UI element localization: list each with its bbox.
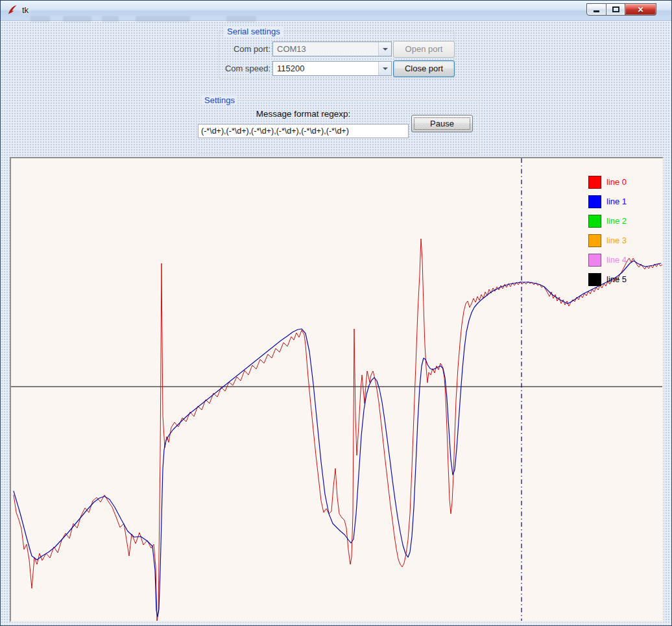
chevron-down-icon[interactable] — [378, 42, 391, 56]
legend-label: line 1 — [606, 195, 627, 208]
maximize-icon — [612, 6, 619, 12]
window-title: tk — [22, 5, 29, 15]
settings-label: Settings — [202, 95, 237, 105]
settings-group: Settings Message format regexp: Pause — [196, 100, 479, 154]
legend-label: line 4 — [606, 253, 627, 267]
legend-label: line 0 — [606, 175, 627, 189]
glass-bleed — [226, 16, 256, 22]
pause-button[interactable]: Pause — [411, 115, 473, 132]
legend-swatch — [588, 215, 601, 228]
glass-bleed — [63, 16, 91, 22]
plot-canvas: line 0line 1line 2line 3line 4line 5 — [10, 157, 664, 622]
close-port-button[interactable]: Close port — [393, 60, 455, 77]
legend-label: line 5 — [606, 272, 627, 286]
com-speed-label: Com speed: — [223, 64, 270, 73]
legend-item: line 1 — [588, 195, 627, 208]
app-window: tk ✕ Serial settings Com port: COM13 Ope… — [0, 0, 672, 626]
legend-item: line 5 — [588, 272, 627, 286]
minimize-button[interactable] — [586, 3, 606, 16]
raw-signal-trace — [14, 239, 662, 621]
legend-swatch — [588, 195, 601, 208]
minimize-icon — [594, 10, 599, 12]
legend-item: line 3 — [588, 234, 627, 247]
legend-swatch — [588, 176, 601, 189]
legend-item: line 2 — [588, 214, 627, 228]
com-port-row: Com port: COM13 Open port — [223, 40, 455, 58]
plot-svg — [11, 158, 662, 621]
com-speed-combobox[interactable]: 115200 — [272, 61, 392, 76]
legend-label: line 2 — [606, 214, 627, 228]
legend-swatch — [588, 254, 601, 267]
window-controls: ✕ — [586, 3, 656, 16]
tk-feather-icon — [6, 5, 18, 16]
regexp-input[interactable] — [198, 124, 409, 138]
serial-settings-group: Serial settings Com port: COM13 Open por… — [219, 31, 455, 79]
close-icon: ✕ — [637, 6, 643, 14]
open-port-button[interactable]: Open port — [393, 41, 455, 58]
regexp-label: Message format regexp: — [197, 109, 410, 119]
com-speed-row: Com speed: 115200 Close port — [223, 60, 455, 77]
glass-bleed — [102, 16, 119, 22]
com-port-value: COM13 — [273, 42, 378, 56]
legend-swatch — [588, 273, 601, 286]
com-port-combobox[interactable]: COM13 — [272, 42, 392, 56]
com-speed-value: 115200 — [273, 62, 378, 75]
close-button[interactable]: ✕ — [625, 3, 656, 16]
serial-settings-label: Serial settings — [224, 27, 283, 36]
glass-bleed — [30, 16, 50, 22]
filtered-signal-trace — [14, 261, 661, 617]
chevron-down-icon[interactable] — [378, 62, 391, 75]
com-port-label: Com port: — [223, 44, 270, 54]
maximize-button[interactable] — [606, 3, 625, 16]
legend-item: line 4 — [588, 253, 627, 267]
legend-label: line 3 — [606, 234, 627, 247]
legend-swatch — [588, 234, 601, 247]
plot-legend: line 0line 1line 2line 3line 4line 5 — [588, 175, 627, 286]
legend-item: line 0 — [588, 175, 627, 189]
glass-bleed — [136, 16, 190, 22]
